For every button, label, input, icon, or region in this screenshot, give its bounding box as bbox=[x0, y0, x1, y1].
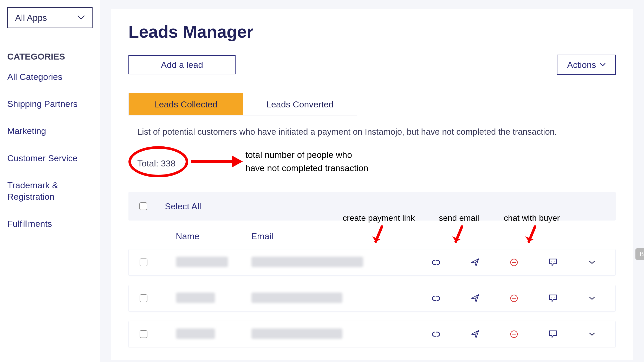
leads-table: Select All Name Email create payment lin… bbox=[128, 192, 616, 347]
annotation-arrow-icon bbox=[451, 224, 467, 247]
column-headers: Name Email create payment link send bbox=[128, 223, 616, 249]
toolbar: Add a lead Actions bbox=[128, 55, 616, 75]
chat-icon[interactable] bbox=[548, 293, 558, 303]
add-lead-button[interactable]: Add a lead bbox=[128, 55, 236, 74]
total-wrap: Total: 338 total number of people who ha… bbox=[128, 148, 616, 179]
sidebar-item-marketing[interactable]: Marketing bbox=[7, 125, 93, 137]
send-email-icon[interactable] bbox=[470, 257, 480, 268]
table-row bbox=[128, 249, 616, 276]
remove-icon[interactable] bbox=[509, 257, 519, 268]
expand-row-icon[interactable] bbox=[587, 257, 597, 268]
col-header-name: Name bbox=[176, 231, 251, 241]
row-name-cell bbox=[176, 293, 251, 304]
row-actions bbox=[431, 257, 615, 268]
page-title: Leads Manager bbox=[128, 22, 616, 42]
tab-description: List of potential customers who have ini… bbox=[128, 127, 616, 137]
panel: Leads Manager Add a lead Actions Leads C… bbox=[111, 9, 633, 360]
select-all-label: Select All bbox=[165, 201, 201, 211]
expand-row-icon[interactable] bbox=[587, 329, 597, 339]
chat-icon[interactable] bbox=[548, 329, 558, 339]
expand-row-icon[interactable] bbox=[587, 293, 597, 303]
table-row bbox=[128, 321, 616, 347]
tab-leads-collected[interactable]: Leads Collected bbox=[129, 93, 243, 115]
row-name-cell bbox=[176, 328, 251, 340]
row-email-cell bbox=[251, 328, 387, 340]
chat-icon[interactable] bbox=[548, 257, 558, 268]
all-apps-label: All Apps bbox=[15, 13, 47, 23]
create-payment-link-icon[interactable] bbox=[431, 293, 441, 303]
total-count: Total: 338 bbox=[137, 158, 175, 169]
annotation-create-link: create payment link bbox=[343, 213, 415, 247]
categories-list: All Categories Shipping Partners Marketi… bbox=[7, 71, 93, 229]
send-email-icon[interactable] bbox=[470, 329, 480, 339]
sidebar-item-trademark-registration[interactable]: Trademark & Registration bbox=[7, 179, 93, 202]
row-actions bbox=[431, 293, 615, 303]
row-email-cell bbox=[251, 293, 387, 304]
row-email-cell bbox=[251, 257, 387, 268]
create-payment-link-icon[interactable] bbox=[431, 257, 441, 268]
row-actions bbox=[431, 329, 615, 339]
categories-heading: CATEGORIES bbox=[7, 51, 93, 62]
row-checkbox[interactable] bbox=[140, 330, 147, 338]
actions-label: Actions bbox=[567, 60, 596, 70]
sidebar: All Apps CATEGORIES All Categories Shipp… bbox=[0, 0, 100, 362]
annotation-group: create payment link send email bbox=[343, 213, 600, 252]
send-email-icon[interactable] bbox=[470, 293, 480, 303]
chevron-down-icon bbox=[77, 15, 85, 20]
blur-side-tab[interactable]: Blur bbox=[635, 248, 644, 260]
annotation-total-note: total number of people who have not comp… bbox=[245, 148, 368, 175]
sidebar-item-fulfillments[interactable]: Fulfillments bbox=[7, 218, 93, 229]
main-content: Leads Manager Add a lead Actions Leads C… bbox=[100, 0, 644, 362]
sidebar-item-all-categories[interactable]: All Categories bbox=[7, 71, 93, 82]
annotation-chat: chat with buyer bbox=[504, 213, 560, 247]
table-row bbox=[128, 285, 616, 312]
annotation-arrow-icon bbox=[191, 158, 245, 164]
annotation-send-email: send email bbox=[439, 213, 479, 247]
row-checkbox[interactable] bbox=[140, 294, 147, 302]
annotation-arrow-icon bbox=[524, 224, 540, 247]
remove-icon[interactable] bbox=[509, 293, 519, 303]
tab-leads-converted[interactable]: Leads Converted bbox=[243, 93, 357, 115]
sidebar-item-shipping-partners[interactable]: Shipping Partners bbox=[7, 98, 93, 109]
annotation-arrow-icon bbox=[371, 224, 387, 247]
sidebar-item-customer-service[interactable]: Customer Service bbox=[7, 152, 93, 164]
chevron-down-icon bbox=[600, 63, 606, 67]
all-apps-dropdown[interactable]: All Apps bbox=[7, 7, 93, 28]
actions-dropdown[interactable]: Actions bbox=[557, 55, 616, 75]
row-checkbox[interactable] bbox=[140, 258, 147, 266]
row-name-cell bbox=[176, 257, 251, 268]
tabs: Leads Collected Leads Converted bbox=[128, 93, 357, 115]
select-all-checkbox[interactable] bbox=[139, 202, 147, 210]
create-payment-link-icon[interactable] bbox=[431, 329, 441, 339]
remove-icon[interactable] bbox=[509, 329, 519, 339]
